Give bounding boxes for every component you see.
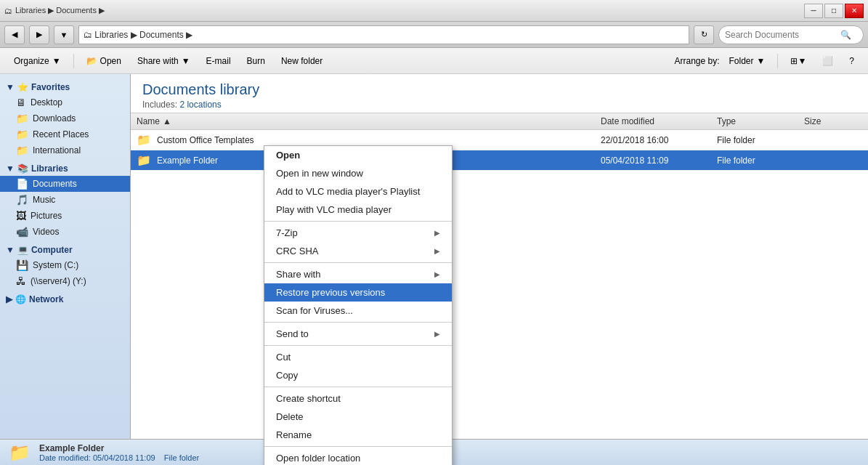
email-label: E-mail [206,56,231,66]
sidebar-item-documents[interactable]: 📄 Documents [0,176,130,192]
context-menu-item-label: Send to [276,328,309,339]
context-menu-item[interactable]: Open in new window [264,164,452,182]
status-item-name: Example Folder [39,443,199,453]
toolbar-right: Arrange by: Folder ▼ ⊞▼ ⬜ ? [674,51,861,71]
organize-chevron-icon: ▼ [52,56,61,66]
sidebar-item-pictures[interactable]: 🖼 Pictures [0,208,130,224]
libraries-section: ▼ 📚 Libraries 📄 Documents 🎵 Music 🖼 Pict… [0,161,130,240]
search-input[interactable] [725,30,837,40]
computer-section: ▼ 💻 Computer 💾 System (C:) 🖧 (\\server4)… [0,243,130,289]
context-menu-item[interactable]: Rename [264,426,452,444]
context-menu-item-label: Restore previous versions [276,287,385,298]
open-icon: 📂 [86,56,97,66]
context-menu-item[interactable]: CRC SHA▶ [264,242,452,260]
share-label: Share with [137,56,179,66]
network-section: ▶ 🌐 Network [0,292,130,307]
arrange-value-button[interactable]: Folder ▼ [723,51,772,71]
libraries-header[interactable]: ▼ 📚 Libraries [0,161,130,176]
network-header[interactable]: ▶ 🌐 Network [0,292,130,307]
context-menu-item[interactable]: Delete [264,408,452,426]
email-button[interactable]: E-mail [200,51,238,71]
context-menu-item[interactable]: Create shortcut [264,389,452,408]
file-row[interactable]: 📁 Custom Office Templates 22/01/2018 16:… [131,130,868,150]
server4-label: (\\server4) (Y:) [31,276,86,286]
favorites-header[interactable]: ▼ ⭐ Favorites [0,80,130,94]
sidebar-item-desktop[interactable]: 🖥 Desktop [0,94,130,110]
burn-button[interactable]: Burn [240,51,272,71]
column-type[interactable]: Type [717,116,804,126]
context-menu-item-label: CRC SHA [276,246,319,256]
content-title: Documents library [142,81,856,98]
sidebar-item-system-c[interactable]: 💾 System (C:) [0,257,130,273]
status-folder-icon: 📁 [9,442,31,463]
libraries-expand-icon: ▼ [6,163,15,174]
address-path[interactable]: 🗂 Libraries ▶ Documents ▶ [78,25,689,44]
sidebar-item-music[interactable]: 🎵 Music [0,192,130,208]
context-menu-separator [264,446,452,447]
maximize-button[interactable]: □ [824,4,843,18]
status-meta-value: 05/04/2018 11:09 [93,453,155,462]
context-menu-item[interactable]: Restore previous versions [264,283,452,302]
dropdown-button[interactable]: ▼ [54,25,74,44]
file-type-2: File folder [717,155,804,166]
sidebar-item-recent-places[interactable]: 📁 Recent Places [0,126,130,142]
music-icon: 🎵 [16,194,28,206]
title-bar: 🗂 Libraries ▶ Documents ▶ ─ □ ✕ [0,0,868,22]
context-menu-separator [264,345,452,346]
context-menu-item[interactable]: Open folder location [264,449,452,465]
minimize-button[interactable]: ─ [804,4,823,18]
context-menu-item[interactable]: 7-Zip▶ [264,224,452,242]
status-meta: Date modified: 05/04/2018 11:09 File fol… [39,453,199,462]
title-bar-left: 🗂 Libraries ▶ Documents ▶ [4,6,105,15]
file-row-selected[interactable]: 📁 Example Folder 05/04/2018 11:09 File f… [131,150,868,171]
context-menu-item-label: Cut [276,352,291,363]
search-box[interactable]: 🔍 [718,25,864,44]
computer-expand-icon: ▼ [6,245,15,255]
context-menu-item-label: Delete [276,411,304,422]
forward-button[interactable]: ▶ [29,25,49,44]
sidebar: ▼ ⭐ Favorites 🖥 Desktop 📁 Downloads 📁 Re… [0,74,131,439]
preview-button[interactable]: ⬜ [816,51,840,71]
context-menu-item[interactable]: Play with VLC media player [264,201,452,219]
context-menu-item[interactable]: Cut [264,348,452,366]
context-menu-item[interactable]: Add to VLC media player's Playlist [264,182,452,201]
share-button[interactable]: Share with ▼ [131,51,197,71]
back-button[interactable]: ◀ [4,25,25,44]
pictures-icon: 🖼 [16,210,26,222]
close-button[interactable]: ✕ [845,4,864,18]
computer-label: Computer [31,245,73,255]
system-c-icon: 💾 [16,259,28,271]
column-name[interactable]: Name ▲ [137,116,601,126]
context-menu-item[interactable]: Scan for Viruses... [264,302,452,320]
size-col-label: Size [804,116,821,126]
folder-icon-2: 📁 [137,153,151,167]
column-date[interactable]: Date modified [601,116,717,126]
recent-places-label: Recent Places [33,129,89,140]
locations-link[interactable]: 2 locations [179,100,221,110]
sidebar-item-international[interactable]: 📁 International [0,142,130,158]
context-menu-item[interactable]: Copy [264,366,452,384]
computer-header[interactable]: ▼ 💻 Computer [0,243,130,257]
context-menu-item[interactable]: Send to▶ [264,325,452,343]
help-button[interactable]: ? [843,51,861,71]
organize-button[interactable]: Organize ▼ [7,51,68,71]
status-meta-label: Date modified: [39,453,93,462]
videos-icon: 📹 [16,226,28,238]
arrange-value: Folder [729,56,754,66]
context-menu-item[interactable]: Open [264,146,452,164]
context-menu-item[interactable]: Share with▶ [264,265,452,283]
favorites-star-icon: ⭐ [17,82,28,92]
date-col-label: Date modified [601,116,654,126]
open-button[interactable]: 📂 Open [80,51,128,71]
views-button[interactable]: ⊞▼ [784,51,813,71]
new-folder-button[interactable]: New folder [275,51,329,71]
toolbar-separator-2 [777,54,778,68]
sidebar-item-server4[interactable]: 🖧 (\\server4) (Y:) [0,273,130,289]
music-label: Music [33,195,55,205]
refresh-button[interactable]: ↻ [694,25,714,44]
sidebar-item-videos[interactable]: 📹 Videos [0,224,130,240]
address-bar: ◀ ▶ ▼ 🗂 Libraries ▶ Documents ▶ ↻ 🔍 [0,22,868,48]
name-col-label: Name [137,116,160,126]
sidebar-item-downloads[interactable]: 📁 Downloads [0,110,130,126]
column-size[interactable]: Size [804,116,862,126]
